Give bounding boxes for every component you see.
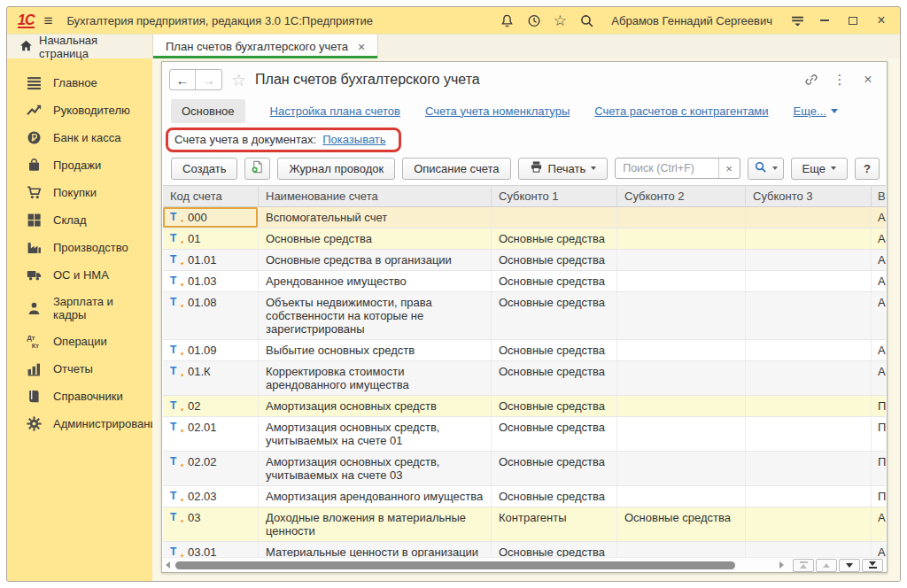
cell-subconto-2[interactable]: [617, 250, 746, 270]
cell-subconto-3[interactable]: [746, 507, 872, 541]
scroll-left-icon[interactable]: [166, 561, 170, 569]
cell-account-name[interactable]: Амортизация основных средств: [259, 396, 492, 416]
cell-account-code[interactable]: Т 01.09: [163, 340, 259, 360]
cell-subconto-3[interactable]: [746, 361, 872, 395]
cell-subconto-1[interactable]: Основные средства: [492, 396, 617, 416]
form-nav-tab[interactable]: Настройка плана счетов: [270, 104, 400, 118]
cell-kind[interactable]: П: [872, 417, 886, 451]
show-accounts-link[interactable]: Показывать: [322, 133, 385, 146]
sidebar-item-bar-chart[interactable]: Отчеты: [7, 355, 152, 383]
cell-account-name[interactable]: Доходные вложения в материальные ценност…: [259, 507, 492, 541]
journal-entries-button[interactable]: Журнал проводок: [277, 158, 395, 180]
previous-row-button[interactable]: [816, 559, 837, 572]
table-row[interactable]: Т 01.08 Объекты недвижимости, права собс…: [163, 292, 886, 340]
current-user[interactable]: Абрамов Геннадий Сергеевич: [611, 14, 772, 27]
cell-subconto-2[interactable]: [617, 340, 746, 360]
cell-kind[interactable]: А: [872, 340, 886, 360]
cell-kind[interactable]: А: [872, 228, 886, 249]
table-row[interactable]: Т 03 Доходные вложения в материальные це…: [163, 507, 886, 542]
cell-subconto-2[interactable]: [617, 207, 746, 228]
cell-account-code[interactable]: Т 01.К: [163, 361, 259, 395]
cell-subconto-3[interactable]: [746, 396, 872, 416]
cell-subconto-1[interactable]: Основные средства: [492, 271, 617, 291]
maximize-button[interactable]: [843, 12, 863, 29]
cell-subconto-2[interactable]: [617, 452, 746, 485]
cell-subconto-1[interactable]: Основные средства: [492, 292, 617, 339]
cell-subconto-3[interactable]: [746, 340, 872, 360]
sidebar-item-truck[interactable]: ОС и НМА: [7, 261, 152, 289]
cell-kind[interactable]: А: [872, 361, 886, 395]
sidebar-item-ruble-coin[interactable]: Банк и касса: [7, 124, 152, 151]
cell-subconto-2[interactable]: [617, 417, 746, 451]
print-button[interactable]: Печать: [518, 158, 609, 180]
cell-subconto-1[interactable]: Основные средства: [492, 250, 617, 270]
table-row[interactable]: Т 02.01 Амортизация основных средств, уч…: [163, 417, 886, 452]
cell-subconto-1[interactable]: Контрагенты: [492, 507, 617, 541]
cell-subconto-1[interactable]: Основные средства: [492, 452, 617, 485]
table-row[interactable]: Т 01.01 Основные средства в организации …: [163, 250, 886, 271]
cell-account-code[interactable]: Т 01.01: [163, 250, 259, 270]
sidebar-item-menu-lines[interactable]: Главное: [7, 69, 152, 97]
get-link-icon[interactable]: [802, 70, 821, 89]
help-button[interactable]: ?: [855, 158, 880, 180]
table-row[interactable]: Т 02.03 Амортизация арендованного имущес…: [163, 486, 886, 507]
cell-kind[interactable]: А: [872, 292, 886, 339]
cell-account-name[interactable]: Выбытие основных средств: [259, 340, 492, 360]
column-header[interactable]: Субконто 3: [746, 186, 872, 206]
column-header[interactable]: Вид: [872, 186, 886, 206]
sidebar-item-book[interactable]: Справочники: [7, 383, 152, 410]
table-row[interactable]: Т 01.09 Выбытие основных средств Основны…: [163, 340, 886, 361]
cell-kind[interactable]: П: [872, 452, 886, 485]
tab-chart-of-accounts[interactable]: План счетов бухгалтерского учета ×: [152, 35, 378, 58]
sidebar-item-trend[interactable]: Руководителю: [7, 97, 152, 124]
tab-home-page[interactable]: Начальная страница: [7, 35, 152, 58]
cell-subconto-3[interactable]: [746, 292, 872, 339]
cell-subconto-2[interactable]: [617, 292, 746, 339]
cell-account-name[interactable]: Арендованное имущество: [259, 271, 492, 291]
cell-account-name[interactable]: Корректировка стоимости арендованного им…: [259, 361, 492, 395]
sidebar-item-dtkt[interactable]: ДтКт Операции: [7, 328, 152, 355]
cell-account-name[interactable]: Амортизация арендованного имущества: [259, 486, 492, 507]
cell-account-code[interactable]: Т 02: [163, 396, 259, 416]
back-button[interactable]: ←: [170, 70, 196, 89]
cell-kind[interactable]: П: [872, 486, 886, 507]
cell-subconto-3[interactable]: [746, 250, 872, 270]
cell-account-code[interactable]: Т 03: [163, 507, 259, 541]
form-close-icon[interactable]: ×: [858, 70, 878, 89]
cell-account-code[interactable]: Т 02.03: [163, 486, 259, 507]
form-nav-tab[interactable]: Счета расчетов с контрагентами: [594, 104, 768, 118]
cell-subconto-3[interactable]: [746, 452, 872, 485]
table-row[interactable]: Т 000 Вспомогательный счет АП: [163, 207, 886, 228]
global-search-icon[interactable]: [578, 12, 595, 29]
form-nav-tab[interactable]: Основное: [171, 99, 245, 123]
cell-kind[interactable]: А: [872, 271, 886, 291]
cell-account-name[interactable]: Основные средства в организации: [259, 250, 492, 270]
sidebar-item-warehouse[interactable]: Склад: [7, 206, 152, 234]
history-icon[interactable]: [524, 12, 542, 29]
cell-kind[interactable]: АП: [872, 207, 886, 228]
go-last-row-button[interactable]: [862, 559, 883, 572]
create-button[interactable]: Создать: [171, 158, 237, 180]
cell-subconto-1[interactable]: Основные средства: [492, 361, 617, 395]
cell-account-code[interactable]: Т 01.03: [163, 271, 259, 291]
column-header[interactable]: Субконто 1: [492, 186, 617, 206]
cell-subconto-3[interactable]: [746, 271, 872, 291]
cell-kind[interactable]: А: [872, 250, 886, 270]
cell-subconto-1[interactable]: Основные средства: [492, 486, 617, 507]
sidebar-item-cart[interactable]: Покупки: [7, 179, 152, 206]
cell-subconto-2[interactable]: Основные средства: [617, 507, 746, 541]
cell-subconto-2[interactable]: [617, 486, 746, 507]
column-header[interactable]: Код счета: [163, 186, 259, 206]
cell-subconto-3[interactable]: [746, 417, 872, 451]
cell-subconto-3[interactable]: [746, 486, 872, 507]
window-close-button[interactable]: ×: [872, 12, 891, 29]
cell-account-name[interactable]: Основные средства: [259, 228, 492, 249]
table-row[interactable]: Т 01 Основные средства Основные средства…: [163, 228, 886, 250]
column-header[interactable]: Субконто 2: [617, 186, 746, 206]
sidebar-item-person[interactable]: Зарплата и кадры: [7, 289, 152, 328]
cell-account-code[interactable]: Т 02.01: [163, 417, 259, 451]
forward-button[interactable]: →: [196, 70, 221, 89]
cell-account-name[interactable]: Объекты недвижимости, права собственност…: [259, 292, 492, 339]
cell-kind[interactable]: А: [872, 507, 886, 541]
search-input[interactable]: [616, 162, 717, 174]
